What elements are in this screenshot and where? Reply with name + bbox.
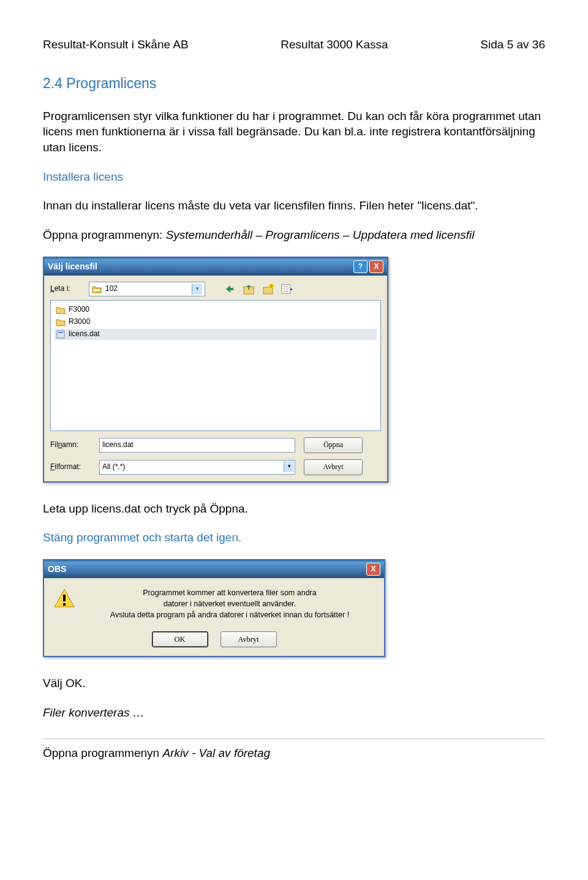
filename-label: Filnamn: <box>50 440 99 449</box>
svg-rect-7 <box>57 331 64 338</box>
header-right: Sida 5 av 36 <box>480 37 545 53</box>
folder-open-icon <box>92 285 102 293</box>
folder-icon <box>56 318 66 326</box>
back-icon[interactable] <box>222 282 236 296</box>
list-item-label: licens.dat <box>69 329 100 339</box>
paragraph-converting: Filer konverteras … <box>43 705 545 721</box>
filename-input[interactable]: licens.dat <box>99 438 295 453</box>
folder-icon <box>56 306 66 314</box>
dialog-title-text: OBS <box>48 563 66 575</box>
section-heading: 2.4 Programlicens <box>43 74 545 93</box>
obs-line1: Programmet kommer att konvertera filer s… <box>143 589 316 597</box>
header-center: Resultat 3000 Kassa <box>281 37 388 53</box>
paragraph-open-archive: Öppna programmenyn Arkiv - Val av företa… <box>43 745 545 761</box>
paragraph-intro: Programlicensen styr vilka funktioner du… <box>43 108 545 156</box>
paragraph-open-menu: Öppna programmenyn: Systemunderhåll – Pr… <box>43 227 545 243</box>
paragraph-find-file: Leta upp licens.dat och tryck på Öppna. <box>43 501 545 517</box>
new-folder-icon[interactable] <box>262 282 275 296</box>
list-item-selected[interactable]: licens.dat <box>55 329 377 340</box>
view-menu-icon[interactable] <box>281 282 295 296</box>
file-open-dialog: Välj licensfil ? X LLeta i:eta i: 102 ▾ <box>43 257 388 483</box>
look-in-label: LLeta i:eta i: <box>50 284 84 293</box>
list-item[interactable]: F3000 <box>55 304 377 315</box>
up-one-level-icon[interactable] <box>242 282 255 296</box>
paragraph-open-menu-path: Systemunderhåll – Programlicens – Uppdat… <box>166 228 475 241</box>
chevron-down-icon[interactable]: ▾ <box>284 461 294 472</box>
chevron-down-icon[interactable]: ▾ <box>192 284 202 295</box>
filetype-value: All (*.*) <box>102 462 125 472</box>
list-item-label: F3000 <box>69 304 89 314</box>
header-left: Resultat-Konsult i Skåne AB <box>43 37 189 53</box>
paragraph-open-archive-prefix: Öppna programmenyn <box>43 746 162 759</box>
filetype-label: Filformat: <box>50 462 99 472</box>
look-in-combo[interactable]: 102 ▾ <box>89 282 205 296</box>
paragraph-before-install: Innan du installerar licens måste du vet… <box>43 198 545 214</box>
svg-rect-9 <box>63 595 66 601</box>
look-in-value: 102 <box>105 284 118 293</box>
subheading-restart: Stäng programmet och starta det igen. <box>43 530 545 546</box>
open-button[interactable]: Öppna <box>304 437 363 453</box>
ok-button[interactable]: OK <box>152 631 208 647</box>
dialog-titlebar[interactable]: OBS X <box>44 560 384 578</box>
file-list[interactable]: F3000 R3000 licens.dat <box>50 300 381 431</box>
filetype-combo[interactable]: All (*.*) ▾ <box>99 460 295 475</box>
list-item[interactable]: R3000 <box>55 317 377 328</box>
svg-rect-8 <box>58 332 63 333</box>
obs-line2: datorer i nätverket eventuellt använder. <box>164 600 296 608</box>
subheading-install-license: Installera licens <box>43 169 545 185</box>
close-button[interactable]: X <box>366 563 380 576</box>
obs-line3: Avsluta detta program på andra datorer i… <box>110 611 349 619</box>
dialog-title-text: Välj licensfil <box>48 261 97 273</box>
close-button[interactable]: X <box>369 260 383 273</box>
paragraph-choose-ok: Välj OK. <box>43 675 545 691</box>
paragraph-open-menu-prefix: Öppna programmenyn: <box>43 228 166 241</box>
divider <box>43 739 545 739</box>
list-item-label: R3000 <box>69 317 90 326</box>
cancel-button[interactable]: Avbryt <box>304 459 363 475</box>
obs-message: Programmet kommer att konvertera filer s… <box>85 587 375 620</box>
svg-rect-10 <box>63 603 66 606</box>
warning-icon <box>53 587 75 609</box>
page-header: Resultat-Konsult i Skåne AB Resultat 300… <box>43 37 545 53</box>
filename-value: licens.dat <box>102 440 134 449</box>
paragraph-open-archive-path: Arkiv - Val av företag <box>162 746 270 759</box>
dialog-titlebar[interactable]: Välj licensfil ? X <box>44 258 387 276</box>
cancel-button[interactable]: Avbryt <box>221 631 277 647</box>
obs-dialog: OBS X Programmet kommer att konvertera f… <box>43 559 385 657</box>
file-icon <box>56 330 66 339</box>
help-button[interactable]: ? <box>353 260 368 273</box>
